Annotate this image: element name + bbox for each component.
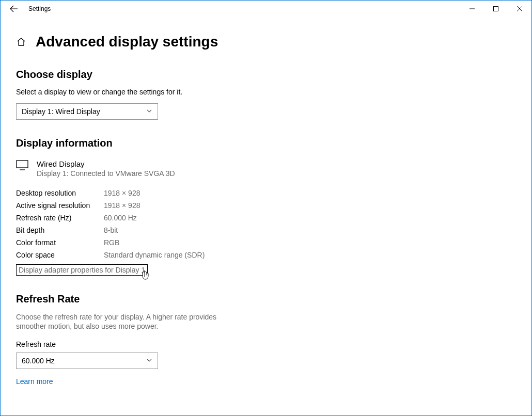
refresh-rate-description: Choose the refresh rate for your display… xyxy=(16,312,233,331)
home-icon[interactable] xyxy=(16,37,26,47)
svg-rect-0 xyxy=(494,7,498,11)
table-row: Desktop resolution 1918 × 928 xyxy=(16,187,516,199)
info-label: Color space xyxy=(16,251,104,259)
table-row: Color space Standard dynamic range (SDR) xyxy=(16,249,516,261)
info-value: 8-bit xyxy=(104,226,118,234)
info-label: Active signal resolution xyxy=(16,201,104,210)
window-controls xyxy=(460,1,531,17)
table-row: Active signal resolution 1918 × 928 xyxy=(16,199,516,212)
choose-display-section: Choose display Select a display to view … xyxy=(16,69,516,120)
page-title: Advanced display settings xyxy=(36,34,218,50)
titlebar: Settings xyxy=(1,1,531,17)
close-button[interactable] xyxy=(508,1,531,17)
refresh-rate-value: 60.000 Hz xyxy=(22,357,55,365)
choose-display-description: Select a display to view or change the s… xyxy=(16,88,516,96)
choose-display-heading: Choose display xyxy=(16,69,516,81)
minimize-button[interactable] xyxy=(460,1,484,17)
maximize-button[interactable] xyxy=(484,1,508,17)
minimize-icon xyxy=(470,6,475,11)
arrow-left-icon xyxy=(10,5,18,13)
info-label: Desktop resolution xyxy=(16,189,104,197)
display-name: Wired Display xyxy=(37,159,175,168)
info-label: Refresh rate (Hz) xyxy=(16,214,104,222)
display-select-value: Display 1: Wired Display xyxy=(22,107,100,116)
info-value: 1918 × 928 xyxy=(104,201,140,210)
display-select[interactable]: Display 1: Wired Display xyxy=(16,103,158,120)
refresh-rate-label: Refresh rate xyxy=(16,340,516,348)
info-label: Bit depth xyxy=(16,226,104,234)
table-row: Refresh rate (Hz) 60.000 Hz xyxy=(16,212,516,224)
refresh-rate-select[interactable]: 60.000 Hz xyxy=(16,353,158,369)
chevron-down-icon xyxy=(146,107,152,116)
display-information-section: Display information Wired Display Displa… xyxy=(16,137,516,276)
table-row: Bit depth 8-bit xyxy=(16,224,516,236)
back-button[interactable] xyxy=(6,1,22,17)
display-connection: Display 1: Connected to VMware SVGA 3D xyxy=(37,169,175,178)
app-title: Settings xyxy=(28,5,51,12)
maximize-icon xyxy=(493,6,498,11)
display-adapter-link[interactable]: Display adapter properties for Display 1 xyxy=(16,264,148,276)
refresh-rate-heading: Refresh Rate xyxy=(16,293,516,305)
info-value: 1918 × 928 xyxy=(104,189,140,197)
refresh-rate-section: Refresh Rate Choose the refresh rate for… xyxy=(16,293,516,386)
info-value: RGB xyxy=(104,238,119,247)
table-row: Color format RGB xyxy=(16,236,516,249)
close-icon xyxy=(517,6,522,11)
monitor-icon xyxy=(16,159,28,171)
chevron-down-icon xyxy=(146,357,152,365)
display-info-heading: Display information xyxy=(16,137,516,149)
display-info-table: Desktop resolution 1918 × 928 Active sig… xyxy=(16,187,516,261)
cursor-icon xyxy=(142,270,150,281)
svg-rect-1 xyxy=(17,161,28,168)
info-label: Color format xyxy=(16,238,104,247)
info-value: Standard dynamic range (SDR) xyxy=(104,251,205,259)
page-header: Advanced display settings xyxy=(16,34,516,50)
adapter-link-text: Display adapter properties for Display 1 xyxy=(19,266,145,274)
learn-more-link[interactable]: Learn more xyxy=(16,377,53,386)
info-value: 60.000 Hz xyxy=(104,214,137,222)
